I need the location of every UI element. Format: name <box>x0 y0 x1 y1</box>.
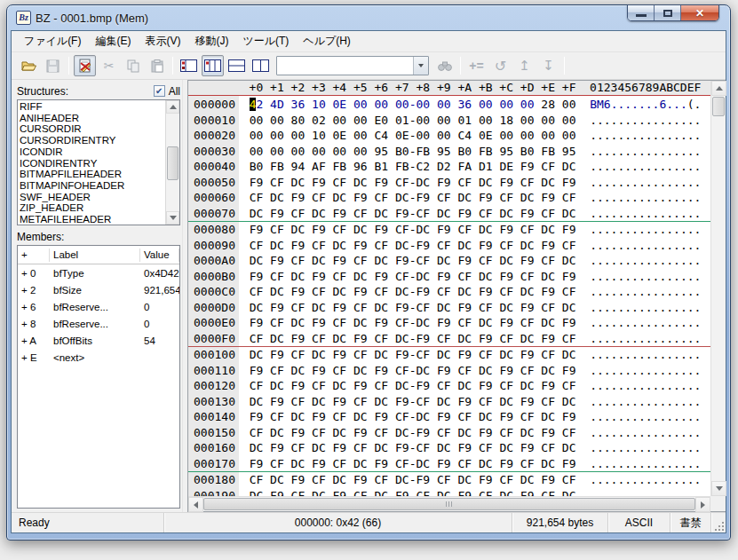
menu-help[interactable]: ヘルプ(H) <box>296 30 358 52</box>
structures-scrollbar[interactable] <box>165 100 179 225</box>
members-row[interactable]: + 2bfSize921,654 <box>18 281 179 298</box>
search-input[interactable] <box>277 57 413 75</box>
hex-row[interactable]: 000180 CF DC F9 CF DC F9 CF DC-F9 CF DC … <box>188 472 710 488</box>
hex-vertical-scrollbar[interactable] <box>710 81 726 496</box>
hex-row[interactable]: 000070 DC F9 CF DC F9 CF DC F9-CF DC F9 … <box>188 206 710 222</box>
undo-icon: ↺ <box>495 58 506 75</box>
structures-item[interactable]: CURSORDIR <box>20 123 178 135</box>
title-bar[interactable]: Bz BZ - 0001.bmp (Mem) ✕ <box>11 5 726 30</box>
resize-grip[interactable] <box>711 513 726 532</box>
hex-row[interactable]: 000060 CF DC F9 CF DC F9 CF DC-F9 CF DC … <box>188 190 710 206</box>
hex-row[interactable]: 000140 F9 CF DC F9 CF DC F9 CF-DC F9 CF … <box>188 409 710 425</box>
structures-item[interactable]: ICONDIR <box>20 146 178 158</box>
hex-row[interactable]: 000120 CF DC F9 CF DC F9 CF DC-F9 CF DC … <box>188 378 710 394</box>
scroll-up-icon[interactable] <box>166 100 179 114</box>
members-row[interactable]: + E<next> <box>18 349 179 366</box>
jump-top-button[interactable]: ↥ <box>513 55 536 76</box>
scroll-down-icon[interactable] <box>166 211 179 225</box>
structures-item[interactable]: ZIP_HEADER <box>20 202 178 214</box>
members-row[interactable]: + 8bfReserve...0 <box>18 315 179 332</box>
structures-scroll-thumb[interactable] <box>167 146 179 180</box>
hex-row[interactable]: 0000D0 DC F9 CF DC F9 CF DC F9-CF DC F9 … <box>188 300 710 316</box>
hex-row[interactable]: 000160 DC F9 CF DC F9 CF DC F9-CF DC F9 … <box>188 440 710 456</box>
hex-row[interactable]: 000150 CF DC F9 CF DC F9 CF DC-F9 CF DC … <box>188 425 710 441</box>
hex-row[interactable]: 0000C0 CF DC F9 CF DC F9 CF DC-F9 CF DC … <box>188 284 710 300</box>
hex-bytes: B0 FB 94 AF FB 96 B1 FB-C2 D2 FA D1 DE F… <box>250 160 591 173</box>
view-horizontal-button[interactable] <box>226 55 248 76</box>
menu-edit[interactable]: 編集(E) <box>88 30 138 52</box>
structures-item[interactable]: BITMAPFILEHEADER <box>20 169 178 180</box>
members-row[interactable]: + 6bfReserve...0 <box>18 298 179 315</box>
search-combobox[interactable] <box>276 56 429 75</box>
save-button[interactable] <box>42 55 64 76</box>
all-checkbox-label: All <box>169 85 180 98</box>
hex-row[interactable]: 000050 F9 CF DC F9 CF DC F9 CF-DC F9 CF … <box>188 175 710 191</box>
structures-item[interactable]: ICONDIRENTRY <box>20 158 178 170</box>
undo-button[interactable]: ↺ <box>489 55 512 76</box>
status-encoding: ASCII <box>608 513 671 532</box>
menu-tools[interactable]: ツール(T) <box>235 30 296 52</box>
hex-address: 000050 <box>194 176 250 189</box>
hex-row[interactable]: 000170 F9 CF DC F9 CF DC F9 CF-DC F9 CF … <box>188 456 710 472</box>
hex-row[interactable]: 000130 DC F9 CF DC F9 CF DC F9-CF DC F9 … <box>188 394 710 410</box>
cut-button[interactable]: ✂ <box>98 55 120 76</box>
view-split-button[interactable] <box>202 55 224 76</box>
all-checkbox[interactable]: ✔ <box>154 85 165 97</box>
hex-row[interactable]: 0000A0 DC F9 CF DC F9 CF DC F9-CF DC F9 … <box>188 253 710 269</box>
hex-row[interactable]: 0000E0 F9 CF DC F9 CF DC F9 CF-DC F9 CF … <box>188 315 710 331</box>
find-button[interactable] <box>433 55 456 76</box>
hex-row[interactable]: 000110 F9 CF DC F9 CF DC F9 CF-DC F9 CF … <box>188 363 710 379</box>
compare-button[interactable]: += <box>465 55 488 76</box>
structures-item[interactable]: ANIHEADER <box>20 113 178 124</box>
hex-row[interactable]: 000010 00 00 80 02 00 00 E0 01-00 00 01 … <box>188 113 710 129</box>
hex-vscroll-thumb[interactable] <box>712 97 725 116</box>
view-vertical-button[interactable] <box>250 55 272 76</box>
hex-address: 0000B0 <box>194 270 250 283</box>
app-icon: Bz <box>16 11 31 25</box>
structures-item[interactable]: BITMAPINFOHEADER <box>20 180 178 192</box>
hex-row[interactable]: 000020 00 00 00 10 0E 00 C4 0E-00 00 C4 … <box>188 128 710 144</box>
hex-horizontal-scrollbar[interactable] <box>188 496 710 511</box>
hex-bytes: F9 CF DC F9 CF DC F9 CF-DC F9 CF DC F9 C… <box>250 270 591 283</box>
menu-move[interactable]: 移動(J) <box>187 30 235 52</box>
structures-item[interactable]: METAFILEHEADER <box>20 214 178 225</box>
hex-editor-pane[interactable]: +0 +1 +2 +3 +4 +5 +6 +7 +8 +9 +A +B +C +… <box>187 80 726 512</box>
open-file-button[interactable] <box>18 55 40 76</box>
hex-row[interactable]: 000040 B0 FB 94 AF FB 96 B1 FB-C2 D2 FA … <box>188 159 710 175</box>
hex-row[interactable]: 000190 DC F9 CF DC F9 CF DC F9-CF DC F9 … <box>188 488 710 497</box>
menu-view[interactable]: 表示(V) <box>138 30 187 52</box>
maximize-button[interactable] <box>655 5 681 20</box>
copy-button[interactable] <box>122 55 144 76</box>
hex-row[interactable]: 000100 DC F9 CF DC F9 CF DC F9-CF DC F9 … <box>188 347 710 363</box>
scroll-down-icon[interactable] <box>711 481 726 496</box>
hex-row[interactable]: 0000B0 F9 CF DC F9 CF DC F9 CF-DC F9 CF … <box>188 269 710 285</box>
hex-row[interactable]: 000090 CF DC F9 CF DC F9 CF DC-F9 CF DC … <box>188 238 710 254</box>
structures-label: Structures: <box>17 85 68 98</box>
minimize-button[interactable] <box>628 5 655 20</box>
scroll-up-icon[interactable] <box>711 81 726 96</box>
scroll-left-icon[interactable] <box>188 497 203 512</box>
edit-mode-button[interactable] <box>74 55 96 76</box>
paste-button[interactable] <box>146 55 168 76</box>
hex-address: 000140 <box>194 410 250 423</box>
hex-row[interactable]: 000080 F9 CF DC F9 CF DC F9 CF-DC F9 CF … <box>188 222 710 238</box>
hex-address: 000190 <box>194 489 250 497</box>
scroll-right-icon[interactable] <box>695 497 710 512</box>
structures-item[interactable]: SWF_HEADER <box>20 192 178 203</box>
close-button[interactable]: ✕ <box>681 5 718 20</box>
hex-hscroll-thumb[interactable] <box>203 498 695 510</box>
hex-row[interactable]: 000030 00 00 00 00 00 00 95 B0-FB 95 B0 … <box>188 144 710 160</box>
view-structure-button[interactable] <box>178 55 200 76</box>
menu-file[interactable]: ファイル(F) <box>17 30 88 52</box>
hex-row[interactable]: 0000F0 CF DC F9 CF DC F9 CF DC-F9 CF DC … <box>188 331 710 347</box>
structures-item[interactable]: CURSORDIRENTRY <box>20 135 178 146</box>
hex-bytes: F9 CF DC F9 CF DC F9 CF-DC F9 CF DC F9 C… <box>250 223 591 236</box>
hex-ascii: ................ <box>590 191 701 204</box>
hex-row[interactable]: 000000 42 4D 36 10 0E 00 00 00-00 00 36 … <box>188 97 710 113</box>
jump-bottom-button[interactable]: ↧ <box>537 55 559 76</box>
structures-item[interactable]: RIFF <box>20 101 178 113</box>
members-row[interactable]: + AbfOffBits54 <box>18 332 179 349</box>
hex-ascii: ................ <box>590 114 701 127</box>
combo-drop-button[interactable] <box>413 57 428 75</box>
members-row[interactable]: + 0bfType0x4D42 <box>18 264 179 281</box>
